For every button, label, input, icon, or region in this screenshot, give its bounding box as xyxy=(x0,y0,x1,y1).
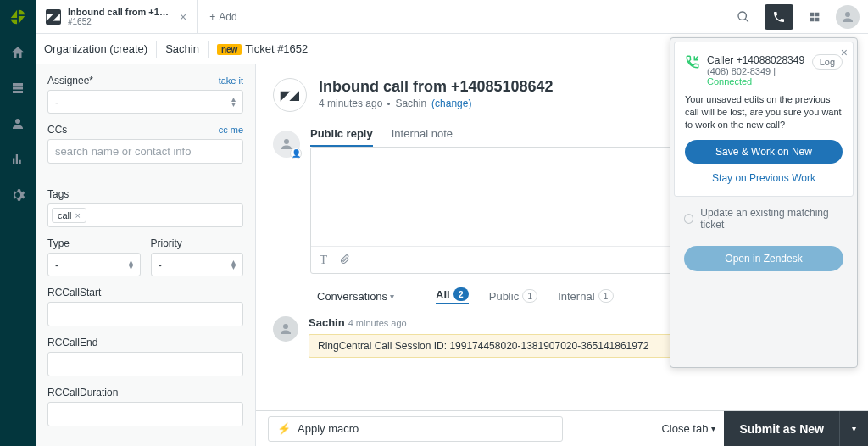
assignee-label: Assignee* xyxy=(47,75,93,86)
type-select[interactable]: -▴▾ xyxy=(47,253,141,276)
filter-public[interactable]: Public1 xyxy=(489,289,537,303)
composer-avatar: 👤 xyxy=(273,131,300,158)
caller-number: (408) 802-8349 xyxy=(707,66,771,76)
nav-reporting-icon[interactable] xyxy=(8,149,28,170)
chevron-down-icon: ▾ xyxy=(711,424,715,433)
change-requester-link[interactable]: (change) xyxy=(431,98,471,109)
ccs-input[interactable] xyxy=(47,139,243,164)
nav-admin-icon[interactable] xyxy=(8,185,28,205)
public-reply-tab[interactable]: Public reply xyxy=(310,127,373,147)
ticket-time: 4 minutes ago xyxy=(319,98,382,109)
search-button[interactable] xyxy=(729,4,758,30)
tab-title: Inbound call from +1408… xyxy=(68,7,170,17)
new-badge: new xyxy=(217,44,242,55)
update-existing-option[interactable]: Update an existing matching ticket xyxy=(684,207,843,231)
bottom-bar: ⚡Apply macro Close tab▾ Submit as New ▾ xyxy=(256,410,868,446)
tags-label: Tags xyxy=(47,188,69,200)
rccallend-label: RCCallEnd xyxy=(47,337,97,348)
rccallstart-input[interactable] xyxy=(47,302,243,326)
type-label: Type xyxy=(47,237,70,249)
chevron-updown-icon: ▴▾ xyxy=(129,259,133,270)
log-button[interactable]: Log xyxy=(812,54,843,70)
apps-button[interactable] xyxy=(800,4,829,30)
filter-all[interactable]: All2 xyxy=(436,287,469,304)
org-link[interactable]: Organization (create) xyxy=(44,42,147,55)
rccallstart-label: RCCallStart xyxy=(47,287,101,298)
left-nav-rail xyxy=(0,0,36,446)
bolt-icon: ⚡ xyxy=(277,422,291,435)
save-work-new-button[interactable]: Save & Work on New xyxy=(685,140,843,164)
rccallduration-label: RCCallDuration xyxy=(47,387,118,399)
open-in-zendesk-button[interactable]: Open in Zendesk xyxy=(684,246,843,271)
top-tab-bar: ◤◢ Inbound call from +1408… #1652 × +Add xyxy=(36,0,868,34)
chevron-down-icon: ▾ xyxy=(852,424,856,433)
comment-time: 4 minutes ago xyxy=(348,318,407,328)
submit-dropdown[interactable]: ▾ xyxy=(839,411,868,447)
internal-note-tab[interactable]: Internal note xyxy=(392,127,453,147)
chevron-updown-icon: ▴▾ xyxy=(231,97,236,107)
user-link[interactable]: Sachin xyxy=(165,42,199,55)
tab-subtitle: #1652 xyxy=(68,17,170,26)
ticket-title: Inbound call from +14085108642 xyxy=(319,78,554,96)
submit-button[interactable]: Submit as New xyxy=(724,411,839,447)
nav-views-icon[interactable] xyxy=(8,78,28,98)
user-avatar[interactable] xyxy=(836,5,860,29)
attachment-icon[interactable] xyxy=(339,254,350,267)
plus-icon: + xyxy=(209,11,215,23)
phone-button[interactable] xyxy=(765,4,793,30)
caller-name: Caller +14088028349 xyxy=(707,54,805,66)
assignee-select[interactable]: -▴▾ xyxy=(47,90,243,114)
nav-home-icon[interactable] xyxy=(8,42,28,63)
comment-author: Sachin xyxy=(309,316,345,329)
call-status: Connected xyxy=(707,76,752,86)
incoming-call-icon xyxy=(685,54,700,72)
add-tab-button[interactable]: +Add xyxy=(198,0,248,33)
ticket-ref: newTicket #1652 xyxy=(217,42,308,55)
ticket-author: Sachin xyxy=(395,98,426,109)
priority-label: Priority xyxy=(151,237,182,249)
chevron-down-icon: ▾ xyxy=(390,292,394,301)
ticket-type-icon: ◤◢ xyxy=(273,78,307,112)
popup-close-icon[interactable]: × xyxy=(841,46,848,59)
filter-internal[interactable]: Internal1 xyxy=(558,289,613,303)
tag-chip: call× xyxy=(52,208,86,223)
agent-badge-icon: 👤 xyxy=(290,148,302,159)
stay-previous-link[interactable]: Stay on Previous Work xyxy=(685,172,843,184)
tags-input[interactable]: call× xyxy=(47,203,243,227)
take-it-link[interactable]: take it xyxy=(219,75,243,86)
cc-me-link[interactable]: cc me xyxy=(219,125,243,135)
apply-macro-button[interactable]: ⚡Apply macro xyxy=(268,416,563,442)
comment-avatar xyxy=(273,316,298,342)
close-tab-button[interactable]: Close tab▾ xyxy=(661,422,715,435)
rccallduration-input[interactable] xyxy=(47,402,243,426)
call-popup: Ring × Caller +14088028349 (408) 802-834… xyxy=(670,37,858,368)
ticket-icon: ◤◢ xyxy=(46,9,61,25)
close-tab-icon[interactable]: × xyxy=(180,10,186,24)
workspace-tab[interactable]: ◤◢ Inbound call from +1408… #1652 × xyxy=(36,0,198,33)
rccallend-input[interactable] xyxy=(47,352,243,376)
popup-message: Your unsaved edits on the previous call … xyxy=(685,93,843,131)
conversations-filter[interactable]: Conversations▾ xyxy=(317,290,394,303)
radio-icon xyxy=(684,214,693,224)
zendesk-logo xyxy=(8,7,28,27)
nav-customers-icon[interactable] xyxy=(8,114,28,134)
text-format-icon[interactable]: T xyxy=(320,253,327,267)
priority-select[interactable]: -▴▾ xyxy=(151,253,244,276)
ccs-label: CCs xyxy=(47,124,67,136)
remove-tag-icon[interactable]: × xyxy=(75,210,81,220)
chevron-updown-icon: ▴▾ xyxy=(231,259,236,270)
ticket-properties-panel: Assignee*take it -▴▾ CCscc me Tags call× xyxy=(36,64,256,446)
